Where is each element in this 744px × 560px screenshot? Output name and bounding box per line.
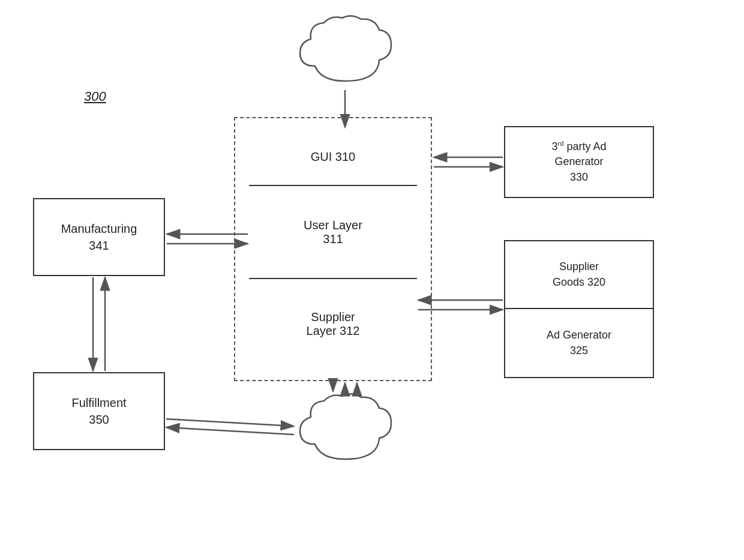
- gui-label: GUI 310: [311, 150, 355, 164]
- fulfillment-box: Fulfillment350: [33, 372, 165, 450]
- supplier-goods-box: SupplierGoods 320 Ad Generator325: [504, 240, 654, 378]
- diagram-container: 300 GUI 310 User Layer311 SupplierLayer …: [0, 0, 744, 560]
- cloud-top-icon: [294, 12, 396, 90]
- manufacturing-label: Manufacturing341: [61, 220, 137, 254]
- user-layer-label: User Layer311: [304, 218, 362, 246]
- diagram-label: 300: [84, 89, 106, 104]
- third-party-ad-generator-box: 3rd party AdGenerator330: [504, 126, 654, 198]
- supplier-layer-section: SupplierLayer 312: [249, 279, 417, 369]
- ad-generator-bottom: Ad Generator325: [505, 309, 653, 377]
- supplier-goods-top: SupplierGoods 320: [505, 241, 653, 309]
- user-layer-section: User Layer311: [249, 186, 417, 279]
- ad-generator-label: Ad Generator325: [547, 328, 611, 358]
- manufacturing-box: Manufacturing341: [33, 198, 165, 276]
- cloud-to-fulfillment-arrow: [166, 427, 294, 435]
- fulfillment-to-cloud-arrow: [166, 419, 294, 426]
- gui-section: GUI 310: [249, 129, 417, 186]
- supplier-layer-label: SupplierLayer 312: [307, 310, 360, 338]
- third-party-ad-generator-label: 3rd party AdGenerator330: [552, 139, 607, 185]
- cloud-bottom-icon: [294, 390, 396, 468]
- fulfillment-label: Fulfillment350: [71, 394, 126, 428]
- supplier-goods-label: SupplierGoods 320: [553, 259, 605, 289]
